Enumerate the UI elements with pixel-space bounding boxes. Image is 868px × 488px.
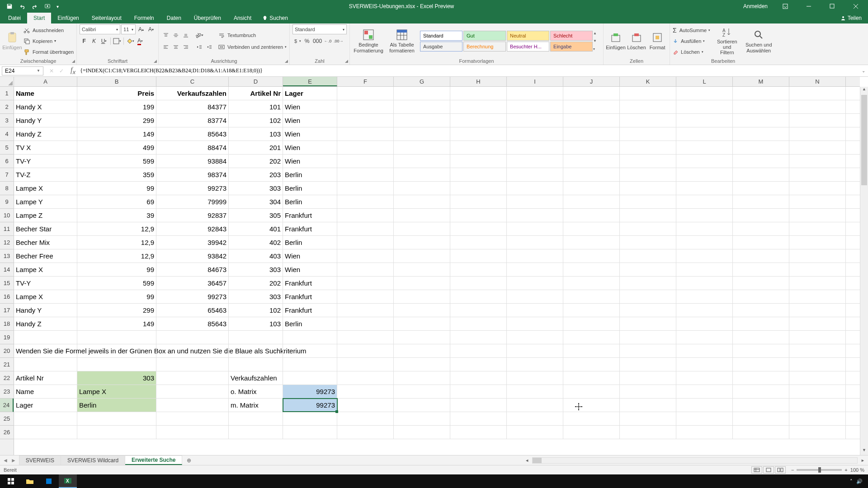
cell-style-option[interactable]: Ausgabe bbox=[420, 42, 462, 52]
cell[interactable] bbox=[620, 385, 676, 398]
cell-style-option[interactable]: Schlecht bbox=[550, 31, 593, 41]
cell[interactable] bbox=[450, 249, 507, 263]
cell[interactable] bbox=[450, 317, 507, 330]
cell[interactable] bbox=[507, 426, 563, 439]
cell[interactable] bbox=[337, 168, 394, 181]
accounting-format-button[interactable]: $▾ bbox=[292, 37, 302, 46]
dialog-launcher-icon[interactable]: ◢ bbox=[72, 59, 75, 63]
cell[interactable] bbox=[563, 87, 620, 100]
cell[interactable]: Lampe X bbox=[77, 385, 156, 398]
borders-button[interactable]: ▾ bbox=[113, 37, 122, 46]
cell[interactable] bbox=[394, 426, 450, 439]
cell[interactable] bbox=[563, 209, 620, 222]
cell[interactable] bbox=[337, 249, 394, 263]
cell[interactable] bbox=[229, 358, 283, 371]
share-button[interactable]: Teilen bbox=[834, 13, 868, 23]
cell[interactable] bbox=[563, 236, 620, 249]
cell[interactable] bbox=[676, 263, 733, 276]
cell[interactable] bbox=[229, 344, 283, 357]
cell[interactable] bbox=[733, 127, 789, 141]
cell[interactable] bbox=[620, 222, 676, 235]
row-header[interactable]: 16 bbox=[0, 290, 14, 304]
cell[interactable] bbox=[620, 209, 676, 222]
select-all-button[interactable] bbox=[0, 77, 14, 87]
cell[interactable]: 99273 bbox=[156, 290, 229, 303]
cell[interactable] bbox=[507, 290, 563, 303]
cell[interactable] bbox=[337, 317, 394, 330]
cell[interactable] bbox=[450, 127, 507, 141]
cell[interactable] bbox=[620, 358, 676, 371]
cell[interactable] bbox=[563, 222, 620, 235]
cell[interactable] bbox=[789, 317, 846, 330]
cell[interactable] bbox=[733, 358, 789, 371]
scroll-left-icon[interactable]: ◄ bbox=[524, 458, 530, 463]
cell[interactable] bbox=[450, 209, 507, 222]
cell[interactable] bbox=[507, 195, 563, 208]
wrap-text-button[interactable]: Textumbruch bbox=[218, 30, 287, 40]
row-header[interactable]: 25 bbox=[0, 412, 14, 426]
cell[interactable]: Becher Mix bbox=[14, 236, 77, 249]
cell[interactable]: 305 bbox=[229, 209, 283, 222]
cell[interactable] bbox=[789, 100, 846, 113]
minimize-button[interactable] bbox=[798, 0, 819, 13]
scrollbar-thumb[interactable] bbox=[861, 95, 867, 185]
cell[interactable] bbox=[733, 263, 789, 276]
cell[interactable] bbox=[394, 222, 450, 235]
cell[interactable] bbox=[337, 371, 394, 385]
page-layout-view-button[interactable] bbox=[763, 466, 774, 474]
tell-me-search[interactable]: Suchen bbox=[262, 13, 288, 23]
file-explorer-button[interactable] bbox=[21, 474, 39, 488]
cell[interactable]: 202 bbox=[229, 277, 283, 290]
cell[interactable] bbox=[733, 412, 789, 425]
cell[interactable] bbox=[676, 331, 733, 344]
column-header[interactable]: H bbox=[450, 77, 507, 86]
row-header[interactable]: 20 bbox=[0, 344, 14, 358]
row-header[interactable]: 18 bbox=[0, 317, 14, 331]
cell[interactable] bbox=[563, 399, 620, 412]
cell[interactable] bbox=[620, 114, 676, 127]
copy-button[interactable]: Kopieren▾ bbox=[24, 36, 74, 46]
cell[interactable]: 99273 bbox=[283, 385, 337, 398]
cell[interactable] bbox=[283, 412, 337, 425]
cell[interactable]: 203 bbox=[229, 168, 283, 181]
cell[interactable] bbox=[620, 290, 676, 303]
normal-view-button[interactable] bbox=[751, 466, 762, 474]
cell[interactable] bbox=[450, 100, 507, 113]
cell[interactable] bbox=[337, 87, 394, 100]
new-sheet-button[interactable]: ⊕ bbox=[182, 455, 196, 465]
row-header[interactable]: 22 bbox=[0, 371, 14, 385]
cell[interactable] bbox=[676, 317, 733, 330]
bold-button[interactable]: F bbox=[80, 37, 89, 46]
row-header[interactable]: 24 bbox=[0, 399, 14, 412]
cut-button[interactable]: Ausschneiden bbox=[24, 25, 74, 35]
cell[interactable] bbox=[450, 155, 507, 168]
cell[interactable] bbox=[789, 195, 846, 208]
cell[interactable] bbox=[676, 358, 733, 371]
sheet-tab[interactable]: SVERWEIS bbox=[19, 455, 61, 465]
cell[interactable] bbox=[507, 87, 563, 100]
column-header[interactable]: I bbox=[507, 77, 563, 86]
zoom-level[interactable]: 100 % bbox=[850, 467, 864, 473]
cell[interactable]: Frankfurt bbox=[283, 304, 337, 317]
cell[interactable] bbox=[733, 344, 789, 357]
cell[interactable] bbox=[676, 141, 733, 154]
undo-button[interactable] bbox=[16, 1, 28, 12]
align-left-button[interactable] bbox=[161, 42, 170, 52]
cell[interactable]: 85643 bbox=[156, 317, 229, 330]
row-headers[interactable]: 1234567891011121314151617181920212223242… bbox=[0, 87, 14, 455]
cell[interactable]: Frankfurt bbox=[283, 222, 337, 235]
row-header[interactable]: 3 bbox=[0, 114, 14, 127]
cell[interactable] bbox=[620, 412, 676, 425]
cell[interactable] bbox=[337, 290, 394, 303]
cell[interactable] bbox=[563, 412, 620, 425]
cell[interactable] bbox=[283, 371, 337, 385]
cell-style-option[interactable]: Gut bbox=[463, 31, 506, 41]
cell[interactable] bbox=[563, 344, 620, 357]
cell[interactable] bbox=[14, 358, 77, 371]
cell[interactable] bbox=[450, 277, 507, 290]
column-header[interactable]: J bbox=[563, 77, 620, 86]
cell[interactable] bbox=[620, 371, 676, 385]
cell[interactable] bbox=[394, 209, 450, 222]
cell[interactable] bbox=[229, 426, 283, 439]
orientation-button[interactable]: ab▾ bbox=[195, 31, 204, 40]
